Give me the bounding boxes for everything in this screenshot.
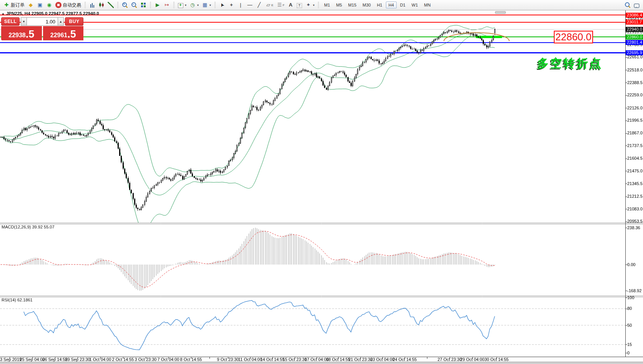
toolbar-button-search[interactable] [623, 1, 632, 9]
timeframe-M30[interactable]: M30 [360, 2, 373, 8]
timeframe-MN[interactable]: MN [421, 2, 433, 8]
timeframe-M1[interactable]: M1 [321, 2, 332, 8]
toolbar-button-signals[interactable]: ◉ [45, 1, 54, 9]
toolbar-button-zoom-out[interactable]: − [130, 1, 139, 9]
toolbar-button-market[interactable]: ▣ [35, 1, 45, 9]
toolbar-button-text[interactable]: A [286, 1, 295, 9]
toolbar-button-cursor[interactable]: ➤ [218, 1, 227, 9]
toolbar-button-autotrade[interactable]: 自动交易 [54, 1, 83, 9]
timeframe-W1[interactable]: W1 [409, 2, 421, 8]
channel-icon: ▱ [265, 2, 271, 8]
price-axis-tick: 21996.5 [627, 118, 643, 123]
time-axis-label: 30 Oct 14:55 [485, 357, 509, 362]
timeframe-M5[interactable]: M5 [334, 2, 345, 8]
toolbar-separator [150, 2, 151, 8]
toolbar-button-tile-windows[interactable] [139, 1, 148, 9]
toolbar-button-templates[interactable]: ▦▾ [200, 1, 213, 9]
text-icon: A [287, 2, 294, 8]
time-axis-label: 18 Oct 14:55 [326, 357, 351, 362]
time-axis-label: 24 Oct 14:55 [393, 357, 417, 362]
one-click-trading-panel: SELL ▼ ▲ BUY 22938.5 22961.5 [1, 17, 83, 40]
text-label-icon [297, 3, 302, 8]
chart-scroll-thumb[interactable] [495, 11, 506, 14]
price-axis-tick: 21867.0 [627, 131, 643, 136]
timeframe-H1[interactable]: H1 [374, 2, 385, 8]
price-level-flag: 23086.4 [626, 13, 643, 18]
macd-axis-tick: 238.36 [627, 225, 640, 230]
price-level-callout[interactable]: 22860.0 [554, 31, 593, 43]
bar-chart-icon [89, 2, 95, 8]
signals-icon: ◉ [46, 2, 52, 8]
main-toolbar: ✚新订单◆▣◉自动交易+−▶↦▾◷▾▦▾➤+|—╱▱E☰FA✦▾M1M5M15M… [0, 0, 643, 10]
volume-decrease-button[interactable]: ▼ [21, 17, 27, 26]
time-axis-label: 23 Sep 2019 [0, 357, 22, 362]
toolbar-button-auto-scroll[interactable]: ▶ [153, 1, 162, 9]
time-axis-label: 14 Oct 14:55 [261, 357, 285, 362]
price-level-flag: 22940.0 [626, 27, 643, 32]
time-axis-label: 29 Oct 04:00 [460, 357, 485, 362]
price-axis-tick: 21345.5 [627, 181, 643, 186]
toolbar-button-gold[interactable]: ◆ [26, 1, 35, 9]
timeframe-D1[interactable]: D1 [397, 2, 408, 8]
annotation-text[interactable]: 多空转折点 [537, 56, 603, 71]
channel-sub-label: E [271, 3, 273, 7]
cursor-icon: ➤ [218, 1, 226, 9]
dropdown-caret-icon: ▾ [209, 3, 211, 7]
macd-axis-tick: 0.00 [627, 262, 635, 267]
timeframe-H4[interactable]: H4 [386, 2, 397, 8]
zoom-in-icon: + [122, 2, 128, 8]
buy-button[interactable]: BUY [65, 17, 83, 26]
toolbar-button-zoom-in[interactable]: + [120, 1, 130, 9]
toolbar-button-new-chart[interactable]: ▾ [176, 2, 188, 8]
price-axis-tick: 21604.5 [627, 156, 643, 161]
toolbar-button-periods[interactable]: ◷▾ [188, 1, 200, 9]
toolbar-separator [85, 2, 86, 8]
fibonacci-icon: ☰ [276, 2, 282, 8]
toolbar-button-hline[interactable]: — [245, 1, 254, 9]
tile-windows-icon [140, 2, 146, 8]
toolbar-button-trendline[interactable]: ╱ [254, 1, 264, 9]
toolbar-button-bar-chart[interactable] [88, 1, 97, 9]
rsi-axis-tick: 0 [627, 351, 630, 356]
toolbar-separator [214, 2, 216, 8]
buy-price-frac: .5 [67, 29, 76, 39]
toolbar-button-label: 自动交易 [63, 2, 81, 8]
toolbar-button-line-chart[interactable] [106, 1, 115, 9]
time-axis-label: 17 Oct 04:00 [305, 357, 329, 362]
toolbar-separator [318, 2, 319, 8]
toolbar-button-vline[interactable]: | [236, 1, 245, 9]
volume-increase-button[interactable]: ▲ [58, 17, 64, 26]
buy-price[interactable]: 22961.5 [43, 26, 84, 40]
toolbar-button-text-label[interactable] [295, 2, 304, 8]
candle-chart-icon [98, 2, 105, 8]
new-order-icon: ✚ [3, 2, 10, 8]
price-level-flag: 22860.0 [626, 35, 643, 40]
fibonacci-sub-label: F [282, 3, 284, 7]
toolbar-separator [117, 2, 118, 8]
price-axis-tick: 22259.0 [627, 93, 643, 98]
toolbar-button-fibonacci[interactable]: ☰F [275, 1, 286, 9]
rsi-indicator-label: RSI(14) 62.1861 [2, 298, 33, 302]
rsi-axis-tick: 80 [627, 306, 632, 311]
hline-icon: — [247, 2, 253, 8]
toolbar-button-chart-shift[interactable]: ↦ [162, 1, 171, 9]
sell-price[interactable]: 22938.5 [1, 26, 42, 40]
toolbar-button-new-order[interactable]: ✚新订单 [2, 1, 26, 9]
toolbar-button-channel[interactable]: ▱E [264, 1, 275, 9]
toolbar-button-chat[interactable] [632, 2, 641, 8]
toolbar-separator [173, 2, 174, 8]
toolbar-button-candle-chart[interactable] [97, 1, 106, 9]
price-axis-tick: 22388.5 [627, 80, 643, 85]
periods-icon: ◷ [189, 2, 196, 8]
toolbar-button-shapes[interactable]: ✦▾ [304, 1, 316, 9]
volume-input[interactable] [27, 17, 58, 26]
autotrade-icon [55, 2, 61, 8]
time-axis-label: 2 Oct 14:55 [112, 357, 134, 362]
zoom-out-icon: − [131, 2, 137, 8]
chart-title: ▲JPN225, H4 22905.0 22947.5 22877.5 2294… [2, 11, 99, 16]
toolbar-button-crosshair[interactable]: + [227, 1, 236, 9]
price-axis-tick: 20953.5 [627, 219, 643, 224]
timeframe-M15[interactable]: M15 [346, 2, 359, 8]
buy-price-main: 22961 [50, 31, 68, 39]
sell-button[interactable]: SELL [1, 17, 20, 26]
